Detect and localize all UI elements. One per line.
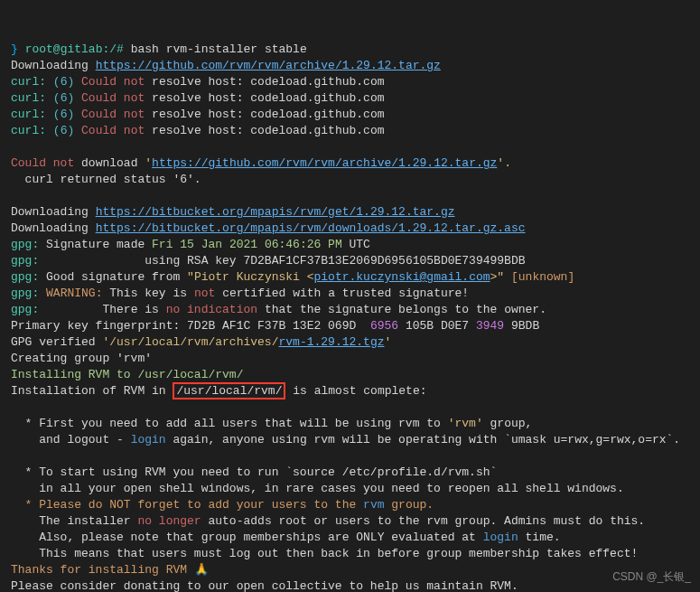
bullet-text: * To start using RVM you need to run `so… xyxy=(11,465,497,479)
download-url-3[interactable]: https://bitbucket.org/mpapis/rvm/downloa… xyxy=(96,221,526,235)
download-url-1[interactable]: https://github.com/rvm/rvm/archive/1.29.… xyxy=(96,59,441,72)
could-not-download: Could not xyxy=(11,156,74,170)
fp-highlight: 3949 xyxy=(476,319,504,333)
gpg-from: "Piotr Kuczynski < xyxy=(187,270,313,284)
command: bash rvm-installer stable xyxy=(131,42,307,56)
consider-donating: Please consider donating to our open col… xyxy=(11,579,518,592)
curl-code: (6) xyxy=(53,75,74,89)
could-not: Could not xyxy=(81,91,145,105)
please-do-not: Please do NOT forget to add your users t… xyxy=(39,498,356,512)
watermark: CSDN @_长银_ xyxy=(612,569,691,585)
fp-highlight: 6956 xyxy=(370,319,398,333)
curl-msg: resolve host: codeload.github.com xyxy=(152,75,384,89)
gpg-prefix: gpg: xyxy=(11,238,39,251)
curl-status: curl returned status '6'. xyxy=(11,173,201,186)
curl-code: (6) xyxy=(53,91,74,105)
gpg-warning: WARNING: xyxy=(46,287,102,300)
bullet-text: * xyxy=(11,498,32,512)
archive-file[interactable]: rvm-1.29.12.tgz xyxy=(278,335,384,349)
gpg-prefix: gpg: xyxy=(11,254,39,268)
installation-of: Installation of RVM in xyxy=(11,384,166,398)
gpg-date: Fri 15 Jan 2021 06:46:26 PM xyxy=(152,238,342,251)
fingerprint: 9BDB xyxy=(511,319,539,333)
bullet-text: and logout - xyxy=(11,433,124,446)
gpg-good: Good signature from xyxy=(46,270,180,284)
gpg-text: that the signature belongs to the owner. xyxy=(265,303,546,316)
download-url-2[interactable]: https://bitbucket.org/mpapis/rvm/get/1.2… xyxy=(96,205,455,219)
gpg-tz: UTC xyxy=(350,238,370,251)
gpg-text: Signature made xyxy=(46,238,145,251)
gpg-verified: GPG verified xyxy=(11,335,96,349)
gpg-key: using RSA key 7D2BAF1CF37B13E2069D695610… xyxy=(39,254,525,268)
curl-prefix: curl: xyxy=(11,91,46,105)
bullet-text: This means that users must log out then … xyxy=(11,547,638,560)
downloading-label: Downloading xyxy=(11,221,89,235)
login-word: login xyxy=(131,433,166,446)
gpg-end: >" xyxy=(490,270,505,284)
failed-url[interactable]: https://github.com/rvm/rvm/archive/1.29.… xyxy=(152,156,497,170)
creating-group: Creating group 'rvm' xyxy=(11,352,152,365)
not-word: not xyxy=(194,287,215,300)
terminal-output: } root@gitlab:/# bash rvm-installer stab… xyxy=(11,42,689,592)
install-path-highlighted: /usr/local/rvm/ xyxy=(173,382,285,399)
rvm-word: rvm xyxy=(363,498,384,512)
prompt-userhost: root@gitlab:/# xyxy=(25,42,124,56)
bullet-text: The installer xyxy=(11,514,131,528)
installing-rvm: Installing RVM to /usr/local/rvm/ xyxy=(11,368,243,381)
almost-complete: is almost complete: xyxy=(293,384,426,398)
bullet-text: Also, please note that group memberships… xyxy=(11,531,476,544)
gpg-unknown: [unknown] xyxy=(511,270,574,284)
curl-code: (6) xyxy=(53,108,74,121)
bullet-text: group, xyxy=(490,417,533,430)
bullet-text: in all your open shell windows, in rare … xyxy=(11,482,624,495)
curl-code: (6) xyxy=(53,124,74,137)
no-longer: no longer xyxy=(137,514,201,528)
curl-prefix: curl: xyxy=(11,108,46,121)
curl-msg: resolve host: codeload.github.com xyxy=(152,91,384,105)
archive-path: '/usr/local/rvm/archives/ xyxy=(102,335,278,349)
rvm-group: 'rvm' xyxy=(448,417,483,430)
bullet-text: auto-adds root or users to the rvm group… xyxy=(208,514,645,528)
bullet-text: time. xyxy=(526,531,561,544)
thanks: Thanks for installing RVM 🙏 xyxy=(11,563,209,577)
could-not: Could not xyxy=(81,124,145,137)
downloading-label: Downloading xyxy=(11,205,89,219)
gpg-prefix: gpg: xyxy=(11,287,39,300)
prompt-symbol: } xyxy=(11,42,18,56)
gpg-prefix: gpg: xyxy=(11,270,39,284)
curl-prefix: curl: xyxy=(11,75,46,89)
curl-prefix: curl: xyxy=(11,124,46,137)
gpg-prefix: gpg: xyxy=(11,303,39,316)
could-not: Could not xyxy=(81,108,145,121)
fingerprint: 105B D0E7 xyxy=(406,319,469,333)
fingerprint: Primary key fingerprint: 7D2B AF1C F37B … xyxy=(11,319,363,333)
curl-msg: resolve host: codeload.github.com xyxy=(152,124,384,137)
bullet-text: again, anyone using rvm will be operatin… xyxy=(173,433,680,446)
gpg-warn-text: This key is xyxy=(109,287,187,300)
signer-email[interactable]: piotr.kuczynski@gmail.com xyxy=(314,270,490,284)
quote: ' xyxy=(385,335,392,349)
gpg-text: There is xyxy=(39,303,159,316)
quote: '. xyxy=(497,156,511,170)
gpg-warn-rest: certified with a trusted signature! xyxy=(222,287,469,300)
quote: ' xyxy=(145,156,152,170)
login-word: login xyxy=(483,531,518,544)
downloading-label: Downloading xyxy=(11,59,89,72)
could-not: Could not xyxy=(81,75,145,89)
curl-msg: resolve host: codeload.github.com xyxy=(152,108,384,121)
bullet-text: * First you need to add all users that w… xyxy=(11,417,441,430)
group-word: group. xyxy=(391,498,434,512)
download-word: download xyxy=(81,156,137,170)
no-indication: no indication xyxy=(166,303,257,316)
